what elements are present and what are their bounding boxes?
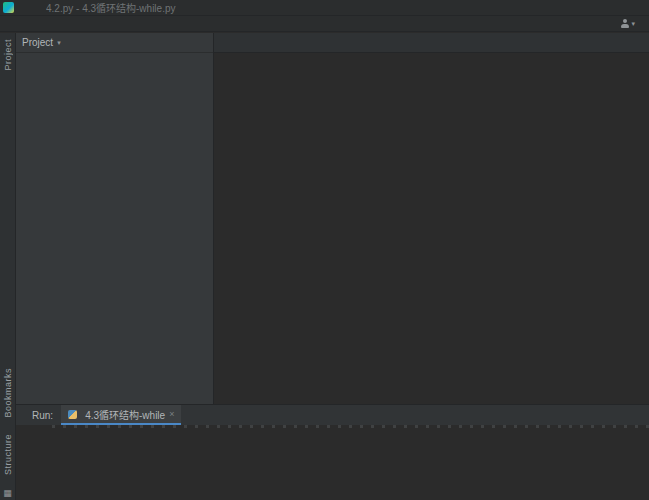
run-label: Run: xyxy=(32,410,53,421)
run-toolbar xyxy=(16,428,31,500)
window-title: 4.2.py - 4.3循环结构-while.py xyxy=(46,0,176,15)
left-tool-window-stripe: Project Bookmarks Structure ▦ xyxy=(0,33,16,500)
tool-button-bookmarks[interactable]: Bookmarks xyxy=(3,362,13,428)
close-icon[interactable]: × xyxy=(169,409,174,419)
python-file-icon xyxy=(68,410,77,419)
project-panel: Project ▾ xyxy=(16,33,214,404)
breadcrumb: ▾ xyxy=(0,16,649,32)
chevron-down-icon[interactable]: ▾ xyxy=(631,20,635,28)
project-panel-title[interactable]: Project xyxy=(22,37,53,48)
tool-button-project[interactable]: Project xyxy=(3,33,13,81)
pycharm-logo-icon xyxy=(3,2,14,13)
project-panel-header: Project ▾ xyxy=(16,33,213,53)
user-profile-icon[interactable] xyxy=(620,19,629,28)
console-toolbar xyxy=(31,428,46,500)
project-tree xyxy=(16,53,213,55)
tool-windows-grid-icon[interactable]: ▦ xyxy=(3,485,12,500)
tool-button-structure[interactable]: Structure xyxy=(3,428,13,485)
run-tab-label: 4.3循环结构-while xyxy=(85,407,165,422)
console-command-line-faint xyxy=(52,425,649,428)
pycharm-window: 4.2.py - 4.3循环结构-while.py ▾ Project Book… xyxy=(0,0,649,500)
editor-area xyxy=(214,33,649,404)
console-output[interactable] xyxy=(46,428,649,500)
run-tool-window: Run: 4.3循环结构-while × xyxy=(16,404,649,500)
editor-tab-bar xyxy=(214,33,649,53)
project-view-chevron-icon[interactable]: ▾ xyxy=(57,39,61,47)
code-editor[interactable] xyxy=(214,53,649,404)
run-tab[interactable]: 4.3循环结构-while × xyxy=(61,405,181,425)
run-header: Run: 4.3循环结构-while × xyxy=(16,405,649,425)
title-bar: 4.2.py - 4.3循环结构-while.py xyxy=(0,0,649,16)
